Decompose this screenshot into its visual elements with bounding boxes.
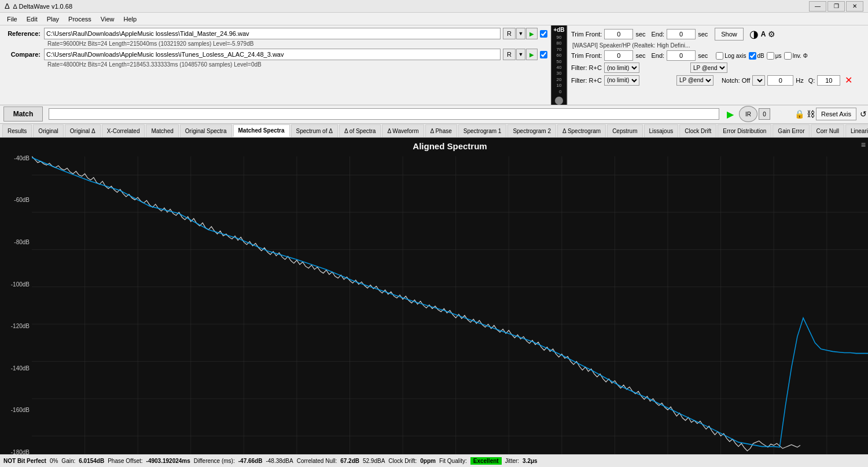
trim-front2-input[interactable] — [604, 50, 633, 61]
link-btn[interactable]: ⛓ — [806, 108, 816, 120]
y-label-40: -40dB — [1, 155, 30, 161]
ir-button[interactable]: IR — [739, 106, 757, 122]
corr-val: 67.2dB — [340, 458, 359, 464]
tab-original[interactable]: Original — [33, 124, 63, 137]
tab-delta-spectrogram[interactable]: Δ Spectrogram — [557, 124, 606, 137]
tab-cepstrum[interactable]: Cepstrum — [607, 124, 642, 137]
tab-original-spectra[interactable]: Original Spectra — [180, 124, 232, 137]
clock-label: Clock Drift: — [388, 458, 417, 464]
chart-settings-icon[interactable]: ≡ — [861, 140, 866, 149]
tab-linearity[interactable]: Linearity — [845, 124, 868, 137]
tab-corr-null[interactable]: Corr Null — [811, 124, 844, 137]
notch-q-input[interactable] — [817, 75, 840, 86]
inv-phi-cb[interactable] — [784, 52, 792, 60]
volume-knob[interactable] — [555, 97, 563, 105]
tab-gain-error[interactable]: Gain Error — [773, 124, 810, 137]
reference-dropdown-btn[interactable]: ▼ — [516, 28, 525, 39]
menu-help[interactable]: Help — [119, 14, 142, 24]
white-spectrum-line — [32, 156, 800, 451]
compare-path-input[interactable] — [44, 49, 501, 60]
notch-val-input[interactable] — [767, 75, 793, 86]
lp2-select[interactable]: LP @end — [676, 75, 713, 86]
db-cb[interactable] — [749, 52, 756, 60]
notch-select[interactable] — [752, 75, 765, 86]
tab-matched-spectra[interactable]: Matched Spectra — [233, 124, 290, 137]
us-label[interactable]: μs — [767, 52, 782, 60]
bit-perfect-pct: 0% — [50, 458, 58, 464]
tab-delta-waveform[interactable]: Δ Waveform — [382, 124, 424, 137]
delta-play-btn[interactable]: ▶ — [727, 109, 734, 120]
notch-label: Notch: Off — [722, 77, 750, 84]
tab-results[interactable]: Results — [2, 124, 32, 137]
tab-delta-phase[interactable]: Δ Phase — [425, 124, 457, 137]
plus-db-label: +dB — [552, 25, 565, 34]
compare-play-btn[interactable]: ▶ — [526, 49, 538, 60]
tab-lissajous[interactable]: Lissajous — [644, 124, 679, 137]
x-icon[interactable]: ✕ — [845, 75, 852, 86]
reference-r-btn[interactable]: R — [503, 28, 516, 39]
trim-end-input[interactable] — [667, 29, 696, 39]
inv-phi-label[interactable]: Inv. Φ — [784, 52, 808, 60]
reference-play-btn[interactable]: ▶ — [526, 28, 538, 39]
reset-axis-btn[interactable]: Reset Axis — [816, 108, 856, 120]
trim-end-label: End: — [652, 31, 665, 38]
trim-front-input[interactable] — [604, 29, 633, 39]
diff-val: -47.66dB — [238, 458, 263, 464]
refresh-btn[interactable]: ↺ — [859, 108, 868, 120]
filter1-select[interactable]: (no limit) — [604, 62, 639, 73]
phase-label: Phase Offset: — [108, 458, 142, 464]
reference-path-input[interactable] — [44, 28, 501, 39]
tab-original-delta[interactable]: Original Δ — [65, 124, 101, 137]
settings-icon[interactable]: ⚙ — [768, 30, 775, 39]
db-label[interactable]: dB — [749, 52, 764, 60]
menu-process[interactable]: Process — [64, 14, 96, 24]
trim-front2-label: Trim Front: — [571, 52, 602, 59]
lp1-select[interactable]: LP @end — [690, 62, 727, 73]
tab-matched[interactable]: Matched — [146, 124, 178, 137]
filter2-select[interactable]: (no limit) — [604, 75, 639, 86]
notch-hz: Hz — [796, 77, 803, 84]
tab-error-dist[interactable]: Error Distribution — [718, 124, 771, 137]
lock-btn[interactable]: 🔒 — [793, 108, 806, 120]
close-btn[interactable]: ✕ — [846, 1, 863, 12]
app-title: ∆ DeltaWave v1.0.68 — [13, 3, 72, 10]
menu-view[interactable]: View — [96, 14, 119, 24]
tab-spectrum-delta[interactable]: Spectrum of Δ — [291, 124, 338, 137]
menu-play[interactable]: Play — [42, 14, 64, 24]
tab-spectrogram1[interactable]: Spectrogram 1 — [458, 124, 507, 137]
menu-file[interactable]: File — [2, 14, 22, 24]
diff2-val: -48.38dBA — [266, 458, 293, 464]
contrast-icon[interactable]: ◑ — [749, 28, 759, 41]
y-label-100: -100dB — [1, 281, 30, 288]
jitter-val: 3.2μs — [523, 458, 538, 464]
tab-clock-drift[interactable]: Clock Drift — [679, 124, 716, 137]
show-button[interactable]: Show — [715, 28, 744, 41]
diff-label: Difference (ms): — [194, 458, 235, 464]
match-button[interactable]: Match — [3, 106, 43, 122]
compare-mute-cb[interactable] — [540, 51, 547, 58]
reference-mute-cb[interactable] — [540, 30, 547, 38]
jitter-label: Jitter: — [505, 458, 519, 464]
device-label: [WASAPI] Speaker/HP (Realtek: High Defin… — [572, 42, 865, 49]
compare-r-btn[interactable]: R — [503, 49, 516, 60]
corr2-val: 52.9dBA — [363, 458, 385, 464]
maximize-btn[interactable]: ❐ — [827, 1, 845, 12]
y-label-160: -160dB — [1, 407, 30, 413]
log-axis-cb[interactable] — [716, 52, 723, 60]
tab-spectrogram2[interactable]: Spectrogram 2 — [507, 124, 556, 137]
trim-end2-input[interactable] — [667, 50, 696, 61]
us-cb[interactable] — [767, 52, 774, 60]
y-label-120: -120dB — [1, 323, 30, 329]
tab-delta-spectra[interactable]: Δ of Spectra — [339, 124, 381, 137]
log-axis-label[interactable]: Log axis — [716, 52, 746, 60]
trim-end-unit: sec — [698, 31, 708, 38]
menu-edit[interactable]: Edit — [22, 14, 42, 24]
minimize-btn[interactable]: — — [809, 1, 826, 12]
compare-sub: Rate=48000Hz Bits=24 Length=218453.33333… — [3, 61, 547, 68]
compare-dropdown-btn[interactable]: ▼ — [516, 49, 525, 60]
tab-xcorrelated[interactable]: X-Correlated — [102, 124, 145, 137]
blue-spectrum-line — [32, 157, 868, 447]
reference-label: Reference: — [3, 30, 44, 37]
y-label-140: -140dB — [1, 365, 30, 372]
trim-end2-label: End: — [652, 52, 665, 59]
